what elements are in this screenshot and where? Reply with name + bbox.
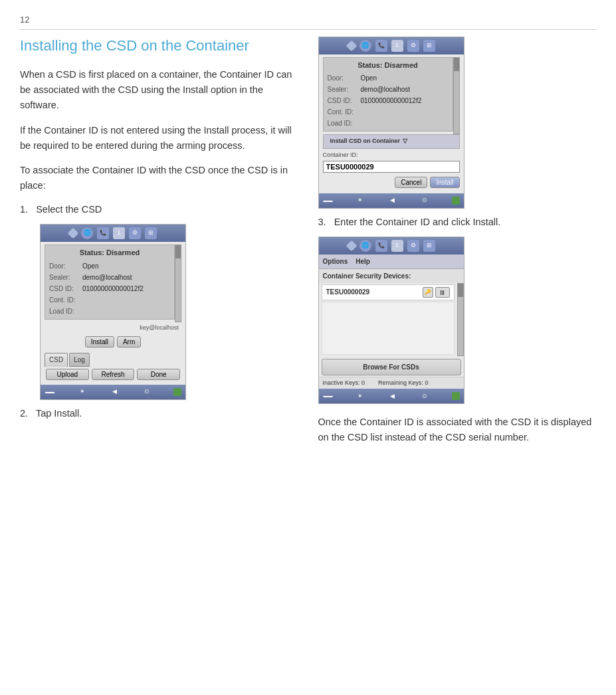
device-screenshot-3: 🌐 📞 1 ⚙ ⊞ Options Help Container Securit… (318, 237, 464, 405)
device-screenshot-2: 🌐 📞 1 ⚙ ⊞ Status: Disarmed Door: Open (318, 37, 464, 209)
csd-item-id: TESU0000029 (326, 287, 370, 297)
step-1-label: 1. Select the CSD (20, 203, 298, 217)
diamond-icon (68, 228, 79, 239)
csd-item-icons: 🔑 ||| (423, 287, 450, 298)
browse-csd-button[interactable]: Browse For CSDs (322, 359, 461, 375)
container-id-label: Container ID: (323, 151, 460, 160)
csd-list-title: Container Security Devices: (319, 269, 464, 283)
menu-bar: Options Help (319, 254, 464, 269)
device-1-topbar: 🌐 📞 1 ⚙ ⊞ (41, 225, 185, 242)
status-title-1: Status: Disarmed (49, 247, 170, 258)
globe-icon: 🌐 (81, 227, 93, 239)
device-arm-button[interactable]: Arm (117, 336, 141, 348)
cancel-button[interactable]: Cancel (395, 177, 427, 188)
container-id-input[interactable] (323, 161, 460, 173)
tab-log[interactable]: Log (69, 353, 90, 367)
status-area-2: Status: Disarmed Door: Open Sealer: demo… (323, 57, 460, 135)
back-icon-2[interactable]: ◀ (387, 195, 398, 206)
inactive-keys-label: Inactive Keys: 0 (323, 379, 365, 388)
page-number: 12 (20, 13, 596, 30)
phone-icon: 📞 (97, 227, 109, 239)
upload-button[interactable]: Upload (46, 369, 89, 380)
tab-csd[interactable]: CSD (45, 353, 68, 367)
grid-icon: ⊞ (145, 227, 157, 239)
help-menu[interactable]: Help (356, 256, 370, 266)
bottom-left-icon: ▬▬ (45, 387, 55, 397)
settings-icon-2: ⚙ (407, 40, 419, 52)
status-title-2: Status: Disarmed (328, 60, 449, 71)
circle-icon[interactable]: ⊙ (142, 387, 152, 397)
bottom-text: Once the Container ID is associated with… (318, 415, 597, 445)
door-row: Door: Open (49, 260, 170, 272)
chevron-down-icon: ▽ (403, 137, 407, 146)
phone-icon-3: 📞 (375, 240, 387, 252)
right-column: 🌐 📞 1 ⚙ ⊞ Status: Disarmed Door: Open (318, 37, 597, 455)
done-button[interactable]: Done (137, 369, 180, 380)
status-info-1: Status: Disarmed Door: Open Sealer: demo… (45, 245, 175, 322)
scrollbar-1[interactable] (175, 245, 181, 322)
device-3-bottombar: ▬▬ ✶ ◀ ⊙ (319, 389, 464, 403)
device-3-topbar: 🌐 📞 1 ⚙ ⊞ (319, 237, 464, 254)
inactive-keys-bar: Inactive Keys: 0 Remaining Keys: 0 (319, 377, 464, 389)
action-bar-1: Upload Refresh Done (45, 367, 181, 382)
status-bar-2: Status: Disarmed Door: Open Sealer: demo… (323, 57, 453, 132)
install-arm-bar: Install Arm (45, 334, 181, 350)
csd-list-item[interactable]: TESU0000029 🔑 ||| (322, 284, 455, 300)
scrollbar-thumb-2 (454, 58, 459, 71)
num-icon-3: 1 (391, 240, 403, 252)
bottom-left-icon-3: ▬▬ (323, 391, 334, 401)
options-menu[interactable]: Options (323, 256, 348, 266)
status-area-1: Status: Disarmed Door: Open Sealer: demo… (45, 245, 181, 322)
bluetooth-icon: ✶ (77, 387, 88, 397)
door-row-2: Door: Open (328, 72, 449, 84)
bluetooth-icon-3: ✶ (355, 391, 365, 401)
sealer-row: Sealer: demo@localhost (49, 272, 170, 283)
back-icon-3[interactable]: ◀ (387, 391, 398, 401)
refresh-button[interactable]: Refresh (92, 369, 135, 380)
cont-id-row-2: Cont. ID: (328, 106, 449, 118)
load-id-row: Load ID: (49, 306, 170, 317)
paragraph-1: When a CSD is first placed on a containe… (20, 67, 298, 114)
csd-id-row-2: CSD ID: 010000000000012f2 (328, 95, 449, 106)
bluetooth-icon-2: ✶ (355, 195, 365, 206)
tab-bar-1: CSD Log (45, 353, 181, 367)
grid-icon-3: ⊞ (423, 240, 435, 252)
scrollbar-thumb-3 (458, 284, 463, 297)
device-install-button[interactable]: Install (85, 336, 114, 348)
diamond-icon-3 (346, 240, 357, 251)
device-2-content: Status: Disarmed Door: Open Sealer: demo… (319, 54, 464, 194)
scrollbar-3[interactable] (457, 283, 464, 356)
left-column: Installing the CSD on the Container When… (20, 37, 298, 455)
phone-icon-2: 📞 (375, 40, 387, 52)
paragraph-3: To associate the Container ID with the C… (20, 163, 298, 193)
key-info-1: key@localhost (45, 322, 181, 334)
globe-icon-2: 🌐 (359, 40, 371, 52)
settings-icon-3: ⚙ (407, 240, 419, 252)
install-csd-header: Install CSD on Container ▽ (323, 134, 460, 149)
step-2-label: 2. Tap Install. (20, 407, 298, 421)
circle-icon-2[interactable]: ⊙ (419, 195, 430, 206)
num-icon-2: 1 (391, 40, 403, 52)
paragraph-2: If the Container ID is not entered using… (20, 123, 298, 153)
scrollbar-2[interactable] (453, 57, 460, 135)
device-screenshot-1: 🌐 📞 1 ⚙ ⊞ Status: Disarmed Door: Open (40, 224, 186, 400)
num-icon: 1 (113, 227, 125, 239)
page-title: Installing the CSD on the Container (20, 37, 298, 56)
csd-id-row: CSD ID: 010000000000012f2 (49, 283, 170, 294)
device-2-topbar: 🌐 📞 1 ⚙ ⊞ (319, 37, 464, 54)
square-icon-2[interactable] (452, 197, 460, 205)
device-3-content: Container Security Devices: TESU0000029 … (319, 269, 464, 389)
grid-icon-2: ⊞ (423, 40, 435, 52)
square-icon-3[interactable] (452, 392, 460, 400)
status-bar-1: Status: Disarmed Door: Open Sealer: demo… (45, 245, 175, 320)
status-info-2: Status: Disarmed Door: Open Sealer: demo… (323, 57, 453, 135)
circle-icon-3[interactable]: ⊙ (419, 391, 430, 401)
device-1-content: Status: Disarmed Door: Open Sealer: demo… (41, 242, 185, 385)
step-3-label: 3. Enter the Container ID and click Inst… (318, 215, 501, 230)
install-confirm-button[interactable]: Install (430, 177, 459, 188)
remaining-keys-label: Remaining Keys: 0 (378, 379, 429, 388)
key-icon: 🔑 (423, 287, 433, 298)
cont-id-row: Cont. ID: (49, 294, 170, 306)
square-icon[interactable] (173, 388, 181, 396)
back-icon[interactable]: ◀ (109, 387, 120, 397)
